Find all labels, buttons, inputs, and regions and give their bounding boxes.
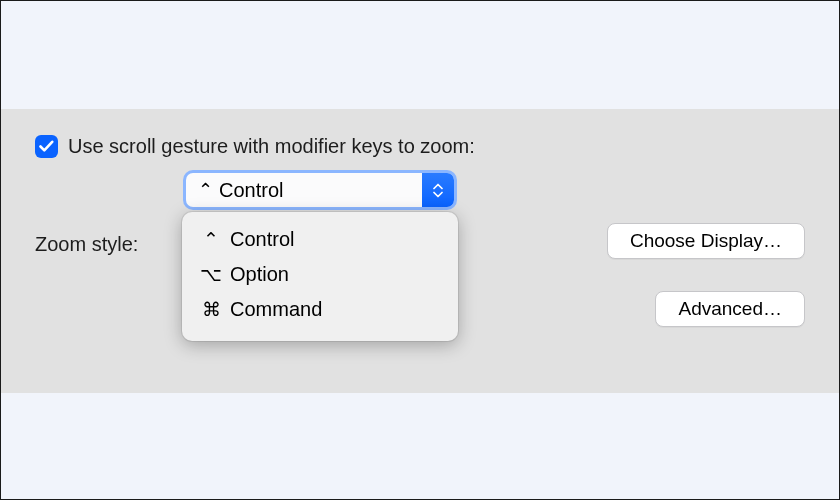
control-key-icon: ⌃	[200, 228, 222, 251]
page-bottom-spacer	[1, 393, 839, 500]
option-key-icon: ⌥	[200, 263, 222, 286]
scroll-gesture-checkbox[interactable]	[35, 135, 58, 158]
advanced-button[interactable]: Advanced…	[655, 291, 805, 327]
control-key-icon: ⌃	[198, 181, 213, 199]
zoom-style-label: Zoom style:	[35, 233, 138, 256]
menu-item-option[interactable]: ⌥ Option	[182, 257, 458, 292]
choose-display-button[interactable]: Choose Display…	[607, 223, 805, 259]
scroll-gesture-row: Use scroll gesture with modifier keys to…	[35, 135, 805, 158]
button-label: Choose Display…	[630, 230, 782, 252]
page-top-spacer	[1, 1, 839, 109]
modifier-key-control: ⌃ Control ⌃ Control ⌥ Option ⌘ Command	[186, 173, 454, 207]
scroll-gesture-label: Use scroll gesture with modifier keys to…	[68, 135, 475, 158]
menu-item-label: Control	[230, 228, 294, 251]
accessibility-zoom-panel: Use scroll gesture with modifier keys to…	[1, 109, 839, 393]
menu-item-command[interactable]: ⌘ Command	[182, 292, 458, 327]
command-key-icon: ⌘	[200, 298, 222, 321]
button-label: Advanced…	[678, 298, 782, 320]
chevron-updown-icon	[422, 173, 454, 207]
menu-item-control[interactable]: ⌃ Control	[182, 222, 458, 257]
modifier-dropdown-selected: Control	[219, 179, 283, 202]
modifier-key-dropdown[interactable]: ⌃ Control	[186, 173, 454, 207]
modifier-key-menu: ⌃ Control ⌥ Option ⌘ Command	[182, 212, 458, 341]
menu-item-label: Option	[230, 263, 289, 286]
menu-item-label: Command	[230, 298, 322, 321]
